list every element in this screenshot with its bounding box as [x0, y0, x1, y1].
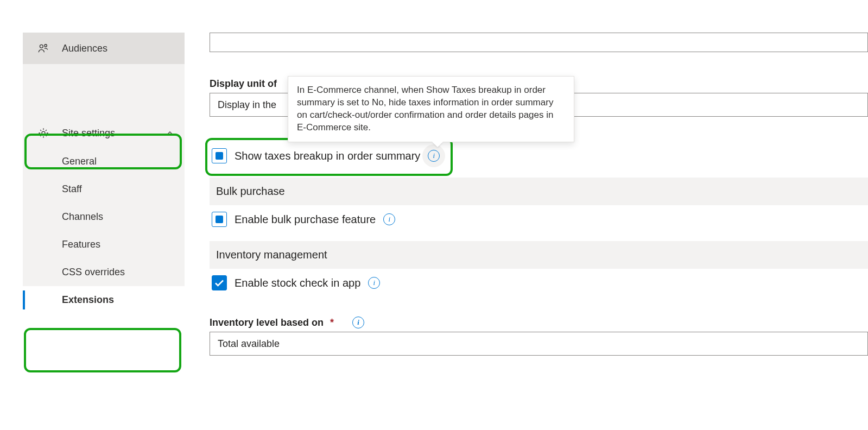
- sidebar-spacer: [23, 64, 185, 118]
- info-icon[interactable]: i: [368, 277, 380, 289]
- info-icon[interactable]: i: [383, 213, 395, 225]
- required-asterisk: *: [330, 317, 334, 328]
- inventory-header: Inventory management: [210, 241, 868, 269]
- tooltip: In E-Commerce channel, when Show Taxes b…: [288, 76, 574, 142]
- svg-point-2: [42, 131, 45, 135]
- chevron-up-icon: [166, 129, 174, 137]
- sidebar-item-channels[interactable]: Channels: [23, 203, 185, 231]
- bulk-purchase-label: Enable bulk purchase feature: [235, 213, 376, 226]
- bulk-purchase-header: Bulk purchase: [210, 178, 868, 205]
- stock-check-checkbox[interactable]: [212, 275, 227, 290]
- sidebar-item-label: Audiences: [62, 43, 107, 54]
- audiences-icon: [37, 42, 50, 54]
- annotation-highlight: [24, 328, 181, 372]
- sidebar-item-staff[interactable]: Staff: [23, 175, 185, 203]
- info-icon[interactable]: i: [428, 150, 440, 162]
- sidebar: Audiences Site settings General Staff Ch…: [23, 33, 185, 314]
- inventory-level-label-text: Inventory level based on: [210, 317, 324, 328]
- show-taxes-label: Show taxes breakup in order summary: [235, 150, 420, 162]
- bulk-purchase-row: Enable bulk purchase feature i: [210, 205, 868, 237]
- svg-point-1: [45, 45, 47, 47]
- stock-check-row: Enable stock check in app i: [210, 269, 868, 300]
- top-input-box[interactable]: [210, 33, 868, 52]
- gear-icon: [37, 127, 50, 139]
- show-taxes-checkbox[interactable]: [212, 148, 227, 163]
- sidebar-item-audiences[interactable]: Audiences: [23, 33, 185, 64]
- sidebar-item-css-overrides[interactable]: CSS overrides: [23, 258, 185, 286]
- sidebar-item-general[interactable]: General: [23, 148, 185, 175]
- svg-point-0: [40, 45, 43, 48]
- display-unit-label-text: Display unit of: [210, 78, 277, 90]
- info-icon[interactable]: i: [352, 317, 364, 328]
- sidebar-item-features[interactable]: Features: [23, 231, 185, 258]
- tooltip-text: In E-Commerce channel, when Show Taxes b…: [297, 85, 553, 132]
- inventory-level-input[interactable]: [210, 332, 868, 356]
- sidebar-section-site-settings[interactable]: Site settings: [23, 118, 185, 148]
- inventory-level-label: Inventory level based on * i: [210, 317, 868, 328]
- bulk-purchase-checkbox[interactable]: [212, 212, 227, 227]
- sidebar-item-extensions[interactable]: Extensions: [23, 286, 185, 314]
- stock-check-label: Enable stock check in app: [235, 277, 360, 289]
- sidebar-section-label: Site settings: [62, 128, 166, 139]
